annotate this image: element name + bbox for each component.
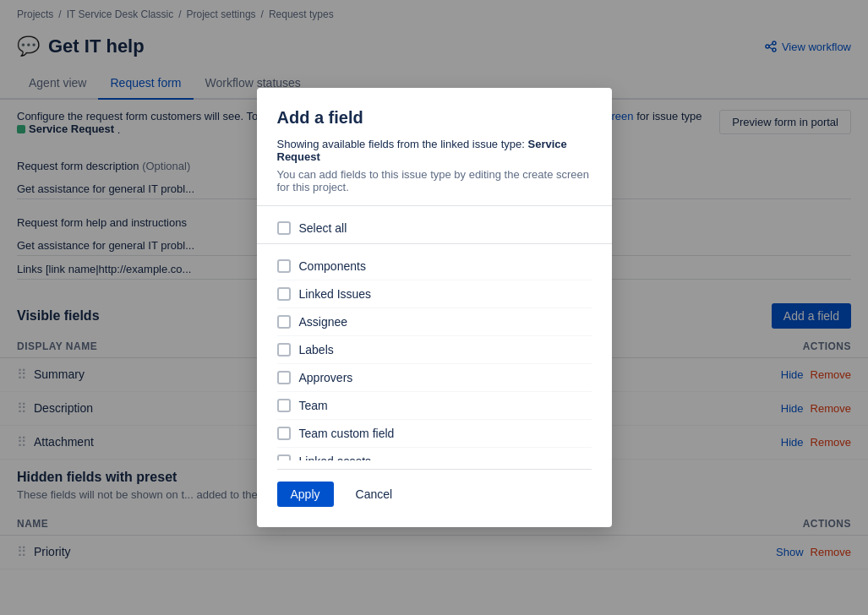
select-all-label: Select all [299,221,347,235]
select-all-checkbox[interactable] [277,221,291,235]
modal-note: You can add fields to this issue type by… [277,168,592,193]
checkbox-linked-assets[interactable] [277,454,291,460]
list-item[interactable]: Labels [277,336,592,364]
select-all-row: Select all [277,215,592,243]
modal-divider [257,205,612,206]
modal-footer: Apply Cancel [277,469,592,507]
field-label-components: Components [299,259,366,273]
checkbox-team[interactable] [277,399,291,412]
modal-subtitle: Showing available fields from the linked… [277,138,592,163]
checkbox-linked-issues[interactable] [277,287,291,301]
page-wrapper: Projects / IT Service Desk Classic / Pro… [0,0,868,615]
modal-overlay: Add a field Showing available fields fro… [0,0,868,615]
checkbox-assignee[interactable] [277,315,291,329]
field-label-assignee: Assignee [299,315,348,329]
checkbox-labels[interactable] [277,343,291,356]
cancel-button[interactable]: Cancel [342,482,407,507]
field-label-linked-issues: Linked Issues [299,287,372,301]
list-item[interactable]: Team [277,392,592,420]
field-label-team: Team [299,399,328,412]
modal-title: Add a field [277,108,592,128]
list-item[interactable]: Assignee [277,308,592,336]
field-label-team-custom: Team custom field [299,427,395,440]
modal-sub-prefix: Showing available fields from the linked… [277,138,528,150]
modal-divider-2 [257,243,612,244]
add-field-modal: Add a field Showing available fields fro… [257,88,612,527]
list-item[interactable]: Linked Issues [277,280,592,308]
list-item[interactable]: Team custom field [277,420,592,448]
apply-button[interactable]: Apply [277,482,334,507]
modal-field-list: Components Linked Issues Assignee Labels… [277,253,592,460]
field-label-approvers: Approvers [299,371,353,384]
field-label-linked-assets: Linked assets [299,454,372,460]
list-item[interactable]: Approvers [277,364,592,392]
field-label-labels: Labels [299,343,334,356]
list-item[interactable]: Components [277,253,592,280]
list-item[interactable]: Linked assets [277,448,592,460]
checkbox-approvers[interactable] [277,371,291,384]
checkbox-components[interactable] [277,259,291,273]
checkbox-team-custom[interactable] [277,427,291,440]
